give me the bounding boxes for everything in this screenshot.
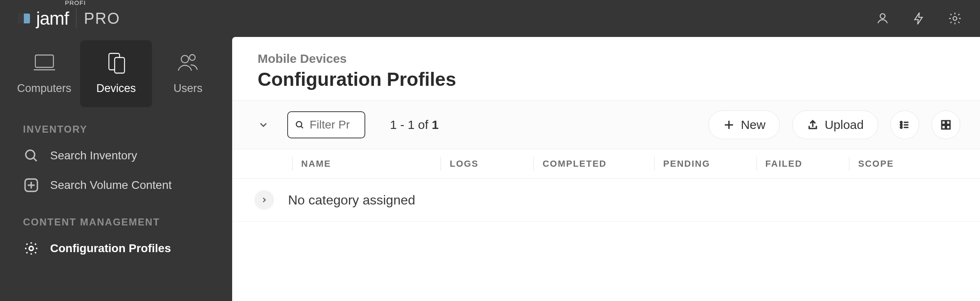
top-bar: PROFI jamf PRO — [0, 0, 980, 37]
upload-icon — [807, 119, 819, 131]
main-header: Mobile Devices Configuration Profiles — [232, 37, 980, 101]
search-icon — [23, 147, 39, 164]
appstore-icon — [23, 177, 39, 193]
toolbar: 1 - 1 of 1 New Upload — [232, 101, 980, 149]
module-devices-label: Devices — [96, 82, 136, 95]
jamf-logo-icon — [16, 11, 31, 26]
section-inventory-title: INVENTORY — [0, 107, 232, 141]
th-spacer — [252, 159, 301, 169]
sidebar-item-label: Search Inventory — [50, 149, 137, 162]
svg-point-11 — [29, 246, 33, 250]
account-button[interactable] — [874, 10, 891, 27]
brand-pro-text: PRO — [84, 10, 120, 28]
search-icon — [295, 118, 304, 131]
svg-rect-17 — [946, 121, 950, 124]
gear-icon — [948, 11, 962, 25]
module-users[interactable]: Users — [152, 40, 224, 107]
svg-point-3 — [953, 16, 957, 20]
filter-input[interactable] — [309, 118, 358, 131]
sidebar-item-label: Configuration Profiles — [50, 242, 171, 255]
devices-icon — [103, 50, 129, 76]
brand-jamf-text: PROFI jamf — [36, 8, 69, 29]
module-switcher: Computers Devices Users — [0, 40, 232, 107]
laptop-icon — [31, 50, 58, 76]
sidebar-item-search-volume[interactable]: Search Volume Content — [0, 170, 232, 200]
plus-icon — [723, 119, 735, 131]
category-group-row: No category assigned — [232, 179, 980, 222]
top-icon-group — [874, 10, 964, 27]
svg-point-8 — [189, 55, 195, 60]
module-computers-label: Computers — [17, 82, 71, 95]
th-completed[interactable]: COMPLETED — [542, 159, 663, 169]
grid-view-button[interactable] — [932, 110, 960, 139]
svg-point-7 — [181, 55, 189, 63]
users-icon — [175, 50, 201, 76]
svg-point-15 — [900, 126, 902, 128]
sidebar-item-config-profiles[interactable]: Configuration Profiles — [0, 234, 232, 263]
section-content-mgmt-title: CONTENT MANAGEMENT — [0, 200, 232, 234]
svg-rect-16 — [942, 121, 945, 124]
svg-point-14 — [900, 124, 902, 126]
svg-rect-19 — [946, 125, 950, 129]
th-name[interactable]: NAME — [301, 159, 450, 169]
table-header: NAME LOGS COMPLETED PENDING FAILED SCOPE — [232, 149, 980, 179]
list-view-button[interactable] — [890, 110, 919, 139]
bolt-icon — [912, 11, 926, 25]
group-label: No category assigned — [288, 193, 415, 208]
chevron-right-icon — [260, 196, 268, 204]
module-devices[interactable]: Devices — [80, 40, 152, 107]
upload-button-label: Upload — [825, 118, 864, 132]
sidebar: Computers Devices Users INVENTORY — [0, 37, 232, 301]
svg-rect-6 — [115, 57, 125, 73]
breadcrumb: Mobile Devices — [258, 52, 955, 66]
page-title: Configuration Profiles — [258, 68, 955, 90]
th-scope[interactable]: SCOPE — [858, 159, 960, 169]
gear-badge-icon — [23, 240, 39, 257]
grid-icon — [940, 119, 952, 131]
th-logs[interactable]: LOGS — [450, 159, 542, 169]
main-panel: Mobile Devices Configuration Profiles 1 … — [232, 37, 980, 301]
list-icon — [899, 119, 911, 131]
module-users-label: Users — [173, 82, 203, 95]
filter-field[interactable] — [287, 111, 365, 138]
svg-point-13 — [900, 122, 902, 123]
brand-divider — [76, 9, 76, 28]
sidebar-item-search-inventory[interactable]: Search Inventory — [0, 141, 232, 170]
upload-button[interactable]: Upload — [792, 110, 878, 139]
activity-button[interactable] — [910, 10, 927, 27]
settings-button[interactable] — [946, 10, 964, 27]
brand-logo: PROFI jamf PRO — [16, 8, 120, 29]
user-icon — [876, 11, 890, 25]
collapse-all-button[interactable] — [252, 113, 275, 136]
sidebar-item-label: Search Volume Content — [50, 179, 172, 192]
new-button-label: New — [741, 118, 766, 132]
svg-rect-4 — [35, 55, 53, 67]
group-expand-button[interactable] — [254, 190, 274, 210]
svg-rect-18 — [942, 125, 945, 129]
new-button[interactable]: New — [708, 110, 780, 139]
brand: PROFI jamf PRO — [16, 8, 120, 29]
brand-profi-text: PROFI — [65, 0, 86, 6]
svg-rect-1 — [18, 14, 24, 23]
th-pending[interactable]: PENDING — [663, 159, 766, 169]
result-count: 1 - 1 of 1 — [390, 118, 438, 132]
svg-point-2 — [880, 14, 885, 18]
th-failed[interactable]: FAILED — [766, 159, 858, 169]
chevron-down-icon — [258, 119, 269, 131]
module-computers[interactable]: Computers — [8, 40, 80, 107]
